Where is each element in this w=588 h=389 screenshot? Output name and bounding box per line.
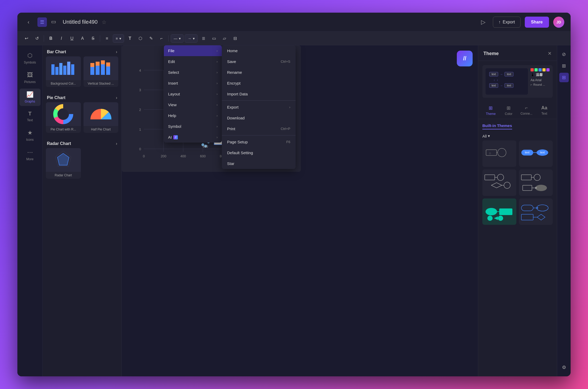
menu-button[interactable]: ☰ [37,17,47,27]
radar-chart-label: Radar Chart [46,172,81,179]
chart-item-pie[interactable]: Pie Chart with R... [46,102,81,133]
sidebar-item-graphs[interactable]: 📈 Graphs [19,89,41,106]
chart-item-bg-col[interactable]: Background Col... [46,56,81,87]
tab-color[interactable]: ⊞ Color [500,102,517,119]
theme-card-teal[interactable] [482,198,516,225]
svg-rect-71 [486,150,497,155]
rect2-button[interactable]: ▱ [220,34,229,43]
symbol-arrow: › [217,125,218,128]
play-button[interactable]: ▷ [478,17,489,28]
tab-text[interactable]: Aa Text [536,102,553,119]
theme-preview-card: text → text ↓ ↓ text → text [482,65,553,98]
pie-chart-arrow[interactable]: › [116,95,117,100]
redo-button[interactable]: ↺ [32,34,42,43]
file-menu-item-symbol[interactable]: Symbol › [164,121,222,132]
submenu-export[interactable]: Export › [222,102,296,113]
right-tool-2[interactable]: ⊞ [559,61,569,71]
theme-connector: ⌐ Round ... [531,83,550,86]
main-content: ⬡ Symbols 🖼 Pictures 📈 Graphs T Text ★ I… [17,45,571,376]
svg-rect-101 [521,205,533,211]
connector-button[interactable]: ⌐ [157,34,166,43]
tab-connector[interactable]: ⌐ Conne... [518,102,535,119]
file-menu-item-file[interactable]: File › [164,45,222,56]
app-window: ‹ ☰ ▭ Untitled file490 ☆ ▷ ↑ Export Shar… [17,13,571,376]
tab-color-icon: ⊞ [507,105,511,111]
text-tool-button[interactable]: T [125,34,135,43]
sidebar-item-pictures[interactable]: 🖼 Pictures [19,69,41,86]
submenu-home[interactable]: Home [222,45,296,56]
left-sidebar: ⬡ Symbols 🖼 Pictures 📈 Graphs T Text ★ I… [17,45,43,376]
bold-button[interactable]: B [46,34,56,43]
submenu-download[interactable]: Download [222,113,296,123]
right-tool-settings[interactable]: ⚙ [559,363,569,372]
undo-button[interactable]: ↩ [22,34,31,43]
sidebar-item-text[interactable]: T Text [19,108,41,125]
layout-button[interactable]: ⊟ [230,34,240,43]
font-color-button[interactable]: A [78,34,87,43]
tab-theme[interactable]: ⊞ Theme [482,102,499,119]
align-button[interactable]: ≡ [102,34,112,43]
theme-card-dark[interactable] [519,169,553,196]
underline-button[interactable]: U [67,34,77,43]
svg-marker-21 [57,153,69,165]
file-menu-item-select[interactable]: Select › [164,67,222,78]
submenu-default-setting[interactable]: Default Setting [222,147,296,158]
arrow-dropdown[interactable]: →▾ [185,34,198,43]
right-tool-1[interactable]: ⊘ [559,50,569,59]
file-submenu[interactable]: Home Save Ctrl+S Rename Encrypt Import [222,45,296,169]
theme-card-outline[interactable]: □ [482,140,516,167]
submenu-encrypt[interactable]: Encrypt [222,78,296,89]
svg-point-82 [497,174,504,181]
italic-button[interactable]: I [57,34,66,43]
file-menu-item-edit[interactable]: Edit › [164,56,222,67]
filter-row: All ▾ [478,132,557,140]
file-menu-item-layout[interactable]: Layout › [164,89,222,99]
back-button[interactable]: ‹ [24,17,33,27]
file-menu[interactable]: File › Edit › Select › Insert › [164,45,222,143]
chart-item-vertical-stacked[interactable]: Vertical Stacked ... [84,56,119,87]
chart-preview-pie [46,102,81,126]
submenu-page-setup[interactable]: Page Setup F6 [222,137,296,147]
sidebar-item-more[interactable]: ⋯ More [19,146,41,164]
submenu-save[interactable]: Save Ctrl+S [222,56,296,67]
rect-button[interactable]: ▭ [209,34,219,43]
theme-card-blue-outline[interactable] [519,198,553,225]
theme-grid: □ text text [478,140,557,229]
svg-point-72 [498,148,506,157]
pen-button[interactable]: ✎ [146,34,156,43]
radar-chart-arrow[interactable]: › [116,141,117,146]
sidebar-item-symbols[interactable]: ⬡ Symbols [19,50,41,67]
sidebar-item-icons[interactable]: ★ Icons [19,127,41,144]
file-menu-item-ai[interactable]: AI // › [164,132,222,143]
submenu-print[interactable]: Print Ctrl+P [222,123,296,134]
submenu-star[interactable]: Star [222,158,296,169]
file-menu-item-view[interactable]: View › [164,99,222,110]
export-arrow: › [289,105,290,109]
star-button[interactable]: ☆ [102,19,106,25]
filter-all-button[interactable]: All ▾ [482,134,490,138]
line-style-dropdown[interactable]: —▾ [171,34,184,43]
theme-card-outline2[interactable] [482,169,516,196]
export-button[interactable]: ↑ Export [493,17,520,28]
theme-card-filled-blue[interactable]: text text [519,140,553,167]
canvas-area[interactable]: // boxplot outlier [122,45,478,376]
bar-chart-arrow[interactable]: › [116,50,117,54]
svg-marker-100 [494,216,498,220]
submenu-rename[interactable]: Rename [222,67,296,78]
svg-text:600: 600 [200,154,205,158]
file-menu-item-insert[interactable]: Insert › [164,78,222,89]
file-menu-item-help[interactable]: Help › [164,110,222,121]
theme-colors [531,68,550,71]
align-dropdown[interactable]: ≡▾ [113,34,124,43]
chart-item-half-pie[interactable]: Half Pie Chart [84,102,119,133]
right-tool-grid[interactable]: ⊞ [559,73,569,82]
submenu-import-data[interactable]: Import Data [222,89,296,99]
share-button[interactable]: Share [525,17,549,28]
lines-button[interactable]: ≣ [199,34,208,43]
chart-item-radar[interactable]: Radar Chart [46,148,81,179]
theme-close-button[interactable]: ✕ [548,51,552,56]
chart-preview-radar [46,148,81,172]
svg-rect-2 [59,63,62,75]
shape-button[interactable]: ⬡ [136,34,145,43]
strikethrough-button[interactable]: S [88,34,98,43]
